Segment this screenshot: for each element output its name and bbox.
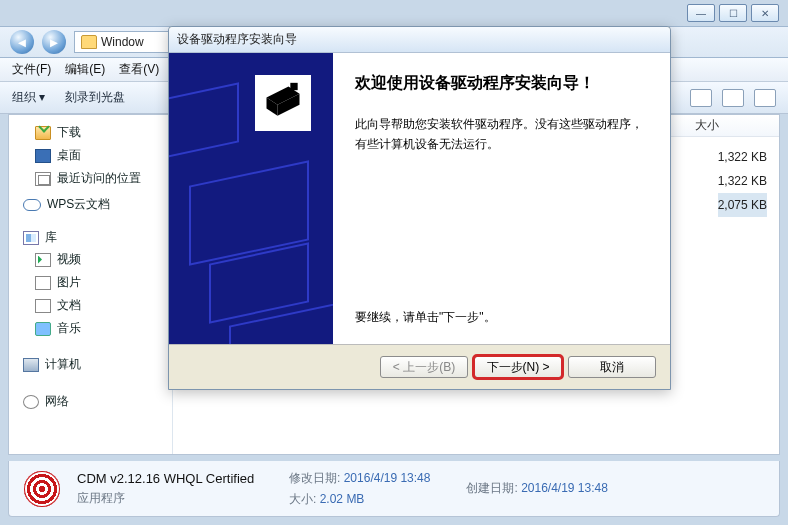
tree-network-label: 网络 (45, 393, 69, 410)
tree-recent-label: 最近访问的位置 (57, 170, 141, 187)
tree-video-label: 视频 (57, 251, 81, 268)
tree-music-label: 音乐 (57, 320, 81, 337)
next-button[interactable]: 下一步(N) > (474, 356, 562, 378)
tree-wps[interactable]: WPS云文档 (17, 196, 164, 213)
menu-file[interactable]: 文件(F) (12, 61, 51, 78)
tree-network[interactable]: 网络 (17, 393, 164, 410)
tree-desktop-label: 桌面 (57, 147, 81, 164)
detail-type: 应用程序 (77, 490, 277, 507)
tree-library-label: 库 (45, 229, 57, 246)
back-button: < 上一步(B) (380, 356, 468, 378)
tree-downloads[interactable]: 下载 (17, 121, 164, 144)
organize-button[interactable]: 组织 ▾ (12, 89, 45, 106)
file-size-cell[interactable]: 1,322 KB (718, 145, 767, 169)
tree-documents[interactable]: 文档 (17, 294, 164, 317)
music-icon (35, 322, 51, 336)
cancel-button[interactable]: 取消 (568, 356, 656, 378)
view-mode-icon[interactable] (690, 89, 712, 107)
wizard-body: 欢迎使用设备驱动程序安装向导！ 此向导帮助您安装软件驱动程序。没有这些驱动程序，… (169, 53, 670, 345)
preview-pane-icon[interactable] (722, 89, 744, 107)
network-icon (23, 395, 39, 409)
minimize-button[interactable]: — (687, 4, 715, 22)
tree-recent[interactable]: 最近访问的位置 (17, 167, 164, 190)
help-icon[interactable] (754, 89, 776, 107)
folder-icon (81, 35, 97, 49)
detail-name: CDM v2.12.16 WHQL Certified (77, 471, 277, 486)
window-controls: — ☐ ✕ (687, 4, 779, 22)
tree-library[interactable]: 库 (17, 229, 164, 246)
mod-value: 2016/4/19 13:48 (344, 471, 431, 485)
size-column: 1,322 KB 1,322 KB 2,075 KB (718, 145, 767, 217)
tree-computer-label: 计算机 (45, 356, 81, 373)
details-pane: CDM v2.12.16 WHQL Certified 应用程序 修改日期: 2… (8, 461, 780, 517)
address-text: Window (101, 35, 144, 49)
tree-pictures[interactable]: 图片 (17, 271, 164, 294)
size-value: 2.02 MB (320, 492, 365, 506)
wizard-heading: 欢迎使用设备驱动程序安装向导！ (355, 73, 648, 94)
tree-computer[interactable]: 计算机 (17, 356, 164, 373)
tree-pictures-label: 图片 (57, 274, 81, 291)
svg-rect-3 (290, 83, 297, 90)
cloud-icon (23, 199, 41, 211)
tree-documents-label: 文档 (57, 297, 81, 314)
file-size-cell[interactable]: 1,322 KB (718, 169, 767, 193)
document-icon (35, 299, 51, 313)
tree-wps-label: WPS云文档 (47, 196, 110, 213)
wizard-button-row: < 上一步(B) 下一步(N) > 取消 (169, 345, 670, 389)
wizard-text-panel: 欢迎使用设备驱动程序安装向导！ 此向导帮助您安装软件驱动程序。没有这些驱动程序，… (333, 53, 670, 344)
video-icon (35, 253, 51, 267)
driver-install-wizard: 设备驱动程序安装向导 欢迎使用设备驱动程序安装向导！ 此向导帮助您安装软件驱动程… (168, 26, 671, 390)
tree-desktop[interactable]: 桌面 (17, 144, 164, 167)
recent-icon (35, 172, 51, 186)
close-window-button[interactable]: ✕ (751, 4, 779, 22)
tree-downloads-label: 下载 (57, 124, 81, 141)
picture-icon (35, 276, 51, 290)
download-icon (35, 126, 51, 140)
create-label: 创建日期: (466, 481, 517, 495)
nav-forward-button[interactable]: ► (42, 30, 66, 54)
menu-view[interactable]: 查看(V) (119, 61, 159, 78)
wizard-titlebar[interactable]: 设备驱动程序安装向导 (169, 27, 670, 53)
wizard-description: 此向导帮助您安装软件驱动程序。没有这些驱动程序，有些计算机设备无法运行。 (355, 114, 648, 155)
app-icon (19, 466, 65, 512)
desktop-icon (35, 149, 51, 163)
wizard-prompt: 要继续，请单击"下一步"。 (355, 309, 496, 326)
disk-icon (255, 75, 311, 131)
tree-music[interactable]: 音乐 (17, 317, 164, 340)
burn-button[interactable]: 刻录到光盘 (65, 89, 125, 106)
nav-back-button[interactable]: ◄ (10, 30, 34, 54)
create-value: 2016/4/19 13:48 (521, 481, 608, 495)
size-label: 大小: (289, 492, 316, 506)
maximize-button[interactable]: ☐ (719, 4, 747, 22)
tree-video[interactable]: 视频 (17, 248, 164, 271)
computer-icon (23, 358, 39, 372)
wizard-sidebar-art (169, 53, 333, 344)
menu-edit[interactable]: 编辑(E) (65, 61, 105, 78)
nav-tree: 下载 桌面 最近访问的位置 WPS云文档 库 视频 图片 文档 音乐 计算机 网… (9, 115, 173, 454)
file-size-cell-selected[interactable]: 2,075 KB (718, 193, 767, 217)
column-size-header[interactable]: 大小 (659, 115, 779, 137)
library-icon (23, 231, 39, 245)
mod-label: 修改日期: (289, 471, 340, 485)
